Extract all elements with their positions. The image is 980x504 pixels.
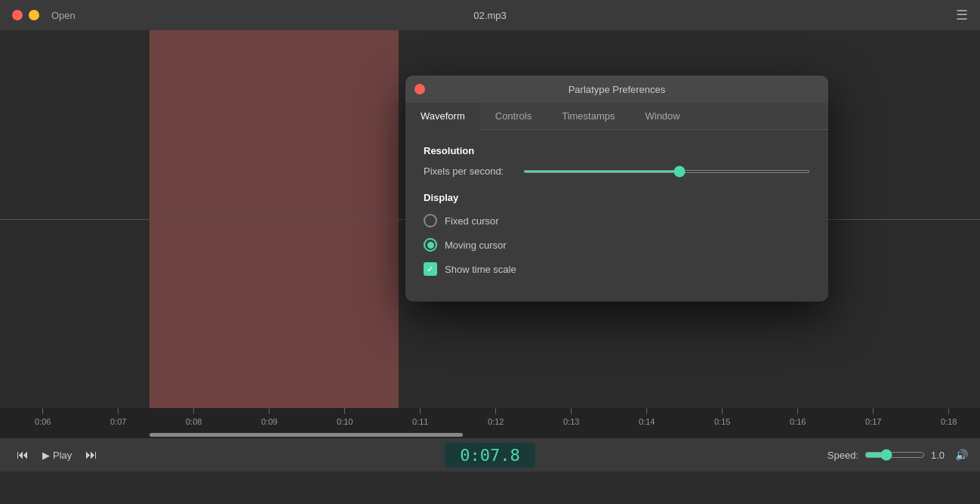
play-icon: ▶	[42, 450, 50, 461]
time-display: 0:07.8	[445, 443, 535, 468]
tick-0-15: 0:15	[714, 408, 730, 426]
tab-timestamps[interactable]: Timestamps	[547, 103, 630, 129]
tick-0-11: 0:11	[412, 408, 428, 426]
show-time-scale-row: ✓ Show time scale	[424, 262, 810, 276]
timescale-bar: 0:06 0:07 0:08 0:09 0:10 0:11	[0, 408, 980, 438]
transport-bar: ⏮ ▶ Play ⏭ 0:07.8 Speed: 1.0 🔊	[0, 438, 980, 472]
tab-controls[interactable]: Controls	[480, 103, 547, 129]
pixels-per-second-label: Pixels per second:	[424, 165, 514, 177]
moving-cursor-row: Moving cursor	[424, 238, 810, 252]
scroll-thumb[interactable]	[149, 433, 463, 437]
tick-0-16: 0:16	[790, 408, 806, 426]
skip-back-button[interactable]: ⏮	[12, 444, 33, 465]
volume-icon[interactable]: 🔊	[955, 449, 968, 461]
dialog-body: Resolution Pixels per second: Display Fi…	[405, 130, 828, 301]
resolution-section-title: Resolution	[424, 145, 810, 156]
titlebar-left: Open	[12, 10, 76, 21]
open-label[interactable]: Open	[51, 10, 76, 21]
tick-0-06: 0:06	[35, 408, 51, 426]
skip-forward-button[interactable]: ⏭	[81, 444, 102, 465]
tick-0-14: 0:14	[639, 408, 655, 426]
pixels-per-second-slider[interactable]	[523, 170, 810, 173]
tick-0-12: 0:12	[488, 408, 504, 426]
close-traffic-light[interactable]	[12, 10, 23, 20]
tick-0-08: 0:08	[186, 408, 202, 426]
tab-waveform[interactable]: Waveform	[405, 103, 480, 129]
tick-0-09: 0:09	[261, 408, 277, 426]
tick-0-18: 0:18	[941, 408, 957, 426]
menu-icon[interactable]: ☰	[956, 7, 968, 23]
titlebar: Open 02.mp3 ☰	[0, 0, 980, 30]
speed-label: Speed:	[827, 450, 858, 461]
tick-0-13: 0:13	[563, 408, 579, 426]
dialog-title: Parlatype Preferences	[569, 84, 666, 95]
moving-cursor-radio[interactable]	[424, 238, 437, 252]
minimize-traffic-light[interactable]	[29, 10, 39, 20]
moving-cursor-label: Moving cursor	[445, 240, 507, 251]
dialog-titlebar: Parlatype Preferences	[405, 76, 828, 103]
pixels-per-second-row: Pixels per second:	[424, 165, 810, 177]
tab-window[interactable]: Window	[630, 103, 695, 129]
play-label: Play	[53, 450, 72, 461]
tick-0-10: 0:10	[337, 408, 353, 426]
tick-0-17: 0:17	[865, 408, 881, 426]
preferences-dialog[interactable]: Parlatype Preferences Waveform Controls …	[405, 76, 828, 301]
play-button[interactable]: ▶ Play	[42, 450, 72, 461]
fixed-cursor-row: Fixed cursor	[424, 214, 810, 227]
dialog-close-button[interactable]	[414, 84, 425, 94]
show-time-scale-checkbox[interactable]: ✓	[424, 262, 437, 276]
speed-slider[interactable]	[864, 449, 925, 461]
timescale-inner: 0:06 0:07 0:08 0:09 0:10 0:11	[0, 408, 980, 438]
fixed-cursor-radio[interactable]	[424, 214, 437, 227]
fixed-cursor-label: Fixed cursor	[445, 215, 499, 227]
show-time-scale-label: Show time scale	[445, 264, 516, 275]
speed-value: 1.0	[931, 450, 949, 461]
window-title: 02.mp3	[473, 10, 506, 21]
speed-section: Speed: 1.0 🔊	[827, 449, 968, 461]
tick-0-07: 0:07	[110, 408, 126, 426]
dialog-tabs: Waveform Controls Timestamps Window	[405, 103, 828, 130]
display-section-title: Display	[424, 192, 810, 203]
